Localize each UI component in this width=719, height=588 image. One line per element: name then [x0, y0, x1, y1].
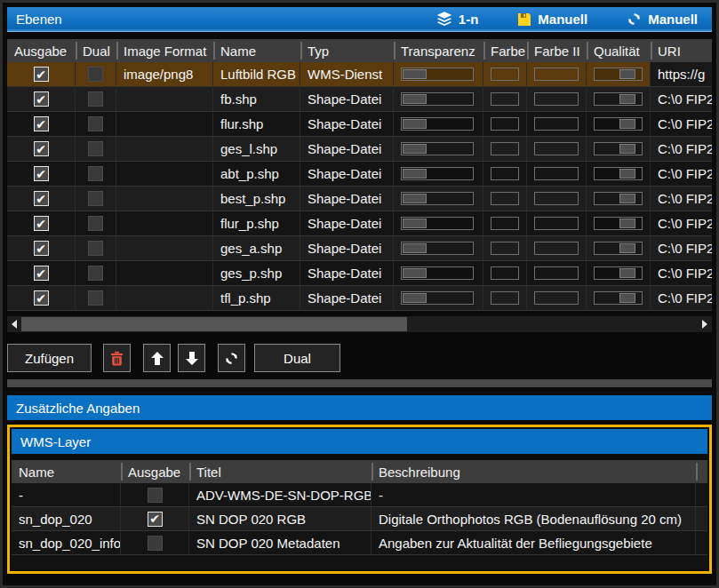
transparenz-slider[interactable]: [401, 291, 474, 305]
transparenz-slider[interactable]: [401, 92, 474, 106]
scrollbar-thumb[interactable]: [21, 317, 407, 331]
transparenz-slider-handle[interactable]: [403, 243, 427, 253]
farbe-picker[interactable]: [491, 266, 519, 280]
ausgabe-checkbox[interactable]: ✔: [34, 216, 49, 231]
farbe2-picker[interactable]: [534, 266, 579, 280]
transparenz-slider[interactable]: [401, 217, 474, 230]
layers-column-header-farbe-ii[interactable]: Farbe II: [527, 39, 587, 62]
farbe-picker[interactable]: [491, 291, 519, 305]
wms-layer-row[interactable]: sn_dop_020✔SN DOP 020 RGBDigitale Orthop…: [12, 507, 707, 531]
layer-row[interactable]: ✔ges_p.shpShape-DateiC:\0 FIP2: [7, 261, 712, 286]
farbe-picker[interactable]: [491, 142, 519, 155]
wms-column-header-name[interactable]: Name: [12, 460, 121, 483]
layer-row[interactable]: ✔ges_a.shpShape-DateiC:\0 FIP2: [7, 236, 712, 261]
ausgabe-checkbox[interactable]: ✔: [34, 141, 49, 156]
layer-row[interactable]: ✔tfl_p.shpShape-DateiC:\0 FIP2: [7, 286, 712, 311]
transparenz-slider-handle[interactable]: [403, 169, 427, 179]
farbe-picker[interactable]: [491, 242, 519, 255]
qualitaet-slider-handle[interactable]: [619, 243, 635, 253]
qualitaet-slider[interactable]: [594, 266, 643, 280]
wms-column-header-titel[interactable]: Titel: [189, 460, 371, 483]
transparenz-slider[interactable]: [401, 117, 474, 131]
ausgabe-checkbox[interactable]: ✔: [34, 266, 49, 281]
ausgabe-checkbox[interactable]: ✔: [34, 91, 49, 107]
farbe-picker[interactable]: [491, 68, 519, 81]
ausgabe-checkbox[interactable]: ✔: [34, 191, 49, 206]
farbe2-picker[interactable]: [534, 142, 579, 155]
wms-layer-row[interactable]: sn_dop_020_infoSN DOP 020 MetadatenAngab…: [12, 531, 707, 555]
transparenz-slider-handle[interactable]: [403, 194, 427, 203]
section-splitter[interactable]: [7, 379, 712, 387]
layer-row[interactable]: ✔flur.shpShape-DateiC:\0 FIP2: [7, 112, 712, 137]
transparenz-slider[interactable]: [401, 68, 474, 81]
transparenz-slider-handle[interactable]: [403, 69, 427, 79]
dual-checkbox[interactable]: [88, 141, 103, 156]
qualitaet-slider-handle[interactable]: [619, 144, 635, 154]
qualitaet-slider[interactable]: [594, 92, 643, 106]
farbe-picker[interactable]: [491, 92, 519, 106]
transparenz-slider-handle[interactable]: [403, 119, 427, 129]
qualitaet-slider-handle[interactable]: [619, 194, 635, 203]
ausgabe-checkbox[interactable]: ✔: [34, 116, 49, 131]
dual-checkbox[interactable]: [88, 290, 103, 306]
save-mode-toggle[interactable]: Manuell: [517, 12, 587, 27]
dual-button[interactable]: Dual: [254, 344, 340, 372]
transparenz-slider-handle[interactable]: [403, 293, 427, 303]
farbe-picker[interactable]: [491, 167, 519, 180]
qualitaet-slider-handle[interactable]: [619, 268, 635, 278]
qualitaet-slider[interactable]: [594, 117, 643, 131]
delete-layer-button[interactable]: [103, 344, 131, 372]
layer-row[interactable]: ✔abt_p.shpShape-DateiC:\0 FIP2: [7, 162, 712, 187]
qualitaet-slider[interactable]: [594, 167, 643, 180]
qualitaet-slider[interactable]: [594, 142, 643, 155]
layers-column-header-name[interactable]: Name: [213, 39, 300, 62]
layer-row[interactable]: ✔ges_l.shpShape-DateiC:\0 FIP2: [7, 137, 712, 162]
qualitaet-slider-handle[interactable]: [619, 94, 635, 104]
transparenz-slider[interactable]: [401, 266, 474, 280]
dual-checkbox[interactable]: [88, 241, 103, 256]
layers-column-header-transparenz[interactable]: Transparenz: [394, 39, 483, 62]
farbe2-picker[interactable]: [534, 92, 579, 106]
farbe-picker[interactable]: [491, 192, 519, 205]
add-layer-button[interactable]: Zufügen: [7, 344, 92, 372]
layer-row[interactable]: ✔image/png8Luftbild RGBWMS-Diensthttps:/…: [7, 62, 712, 87]
wms-ausgabe-checkbox[interactable]: [148, 488, 163, 503]
layer-order-toggle[interactable]: 1-n: [436, 12, 479, 27]
ausgabe-checkbox[interactable]: ✔: [34, 166, 49, 181]
layers-column-header-typ[interactable]: Typ: [300, 39, 394, 62]
dual-checkbox[interactable]: [88, 67, 103, 82]
refresh-mode-toggle[interactable]: Manuell: [627, 12, 698, 27]
transparenz-slider-handle[interactable]: [403, 144, 427, 154]
farbe2-picker[interactable]: [534, 242, 579, 255]
scroll-left-button[interactable]: [7, 316, 21, 332]
farbe2-picker[interactable]: [534, 291, 579, 305]
dual-checkbox[interactable]: [88, 266, 103, 281]
farbe2-picker[interactable]: [534, 68, 579, 81]
ausgabe-checkbox[interactable]: ✔: [34, 241, 49, 256]
move-layer-down-button[interactable]: [178, 344, 205, 372]
transparenz-slider[interactable]: [401, 167, 474, 180]
farbe2-picker[interactable]: [534, 167, 579, 180]
dual-checkbox[interactable]: [88, 166, 103, 181]
layers-column-header-farbe[interactable]: Farbe: [483, 39, 527, 62]
scrollbar-track[interactable]: [21, 316, 698, 332]
scroll-right-button[interactable]: [698, 316, 712, 332]
wms-column-header-beschreibung[interactable]: Beschreibung: [371, 460, 696, 483]
reload-layers-button[interactable]: [218, 344, 245, 372]
qualitaet-slider-handle[interactable]: [619, 293, 635, 303]
qualitaet-slider[interactable]: [594, 291, 643, 305]
transparenz-slider-handle[interactable]: [403, 94, 427, 104]
farbe2-picker[interactable]: [534, 117, 579, 131]
farbe2-picker[interactable]: [534, 192, 579, 205]
transparenz-slider[interactable]: [401, 192, 474, 205]
qualitaet-slider-handle[interactable]: [619, 169, 635, 179]
wms-layer-row[interactable]: -ADV-WMS-DE-SN-DOP-RGB-: [12, 483, 707, 507]
transparenz-slider-handle[interactable]: [403, 219, 427, 228]
layer-row[interactable]: ✔best_p.shpShape-DateiC:\0 FIP2: [7, 187, 712, 211]
qualitaet-slider[interactable]: [594, 242, 643, 255]
layers-column-header-dual[interactable]: Dual: [76, 39, 116, 62]
layers-column-header-ausgabe[interactable]: Ausgabe: [7, 39, 76, 62]
layers-column-header-qualität[interactable]: Qualität: [587, 39, 651, 62]
transparenz-slider[interactable]: [401, 142, 474, 155]
transparenz-slider[interactable]: [401, 242, 474, 255]
